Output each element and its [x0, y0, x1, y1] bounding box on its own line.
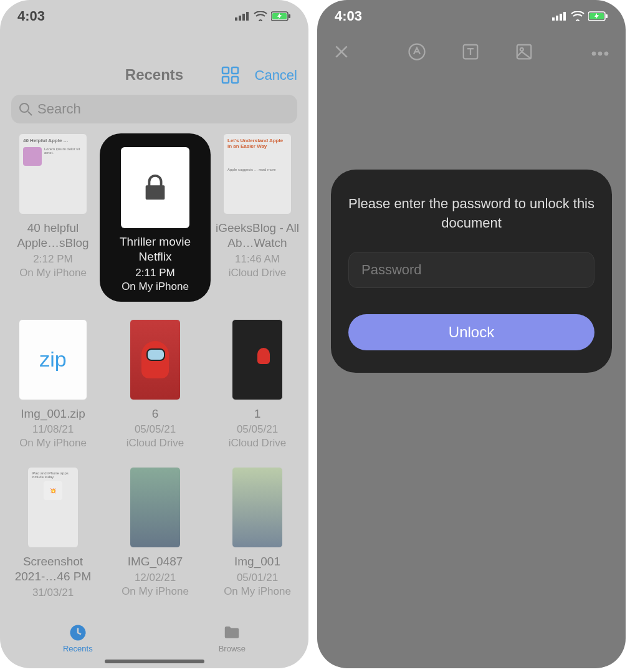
file-time: 05/05/21 — [237, 423, 278, 436]
search-placeholder: Search — [37, 101, 81, 117]
password-field[interactable]: Password — [348, 252, 594, 288]
cellular-icon — [235, 12, 250, 21]
grid-view-icon[interactable] — [221, 66, 240, 87]
wifi-icon — [571, 11, 585, 21]
unlock-button[interactable]: Unlock — [348, 314, 594, 350]
close-icon[interactable] — [333, 44, 350, 62]
file-location: On My iPhone — [19, 437, 87, 449]
file-grid: 40 Helpful Apple …Lorem ipsum dolor sit … — [0, 133, 308, 599]
file-time: 31/03/21 — [32, 587, 74, 599]
svg-point-26 — [520, 48, 523, 51]
tab-recents[interactable]: Recents — [63, 623, 93, 653]
file-name: Thriller movie Netflix — [108, 234, 202, 264]
file-thumbnail: iPad and iPhone apps include today💥 — [27, 467, 79, 548]
svg-rect-6 — [289, 14, 290, 18]
file-thumbnail-zip: zip — [19, 319, 87, 400]
svg-line-12 — [28, 112, 32, 115]
file-name: 6 — [152, 406, 159, 421]
search-icon — [19, 102, 32, 116]
file-time: 05/01/21 — [237, 572, 278, 584]
file-time: 2:12 PM — [33, 253, 72, 266]
unlock-button-label: Unlock — [449, 324, 494, 341]
file-item[interactable]: Img_001 05/01/21 On My iPhone — [211, 467, 304, 599]
file-location: iCloud Drive — [229, 267, 287, 279]
left-screenshot: 4:03 Recents Cancel Search 40 Helpful Ap… — [0, 0, 308, 668]
svg-point-11 — [20, 103, 29, 112]
svg-rect-8 — [232, 67, 238, 74]
file-item[interactable]: zip Img_001.zip 11/08/21 On My iPhone — [6, 319, 100, 450]
unlock-dialog: Please enter the password to unlock this… — [331, 170, 612, 373]
status-bar: 4:03 — [317, 0, 626, 32]
text-tool-icon[interactable] — [461, 42, 480, 64]
status-icons — [235, 11, 291, 21]
svg-rect-17 — [563, 12, 566, 21]
file-thumbnail-locked — [121, 147, 189, 228]
file-time: 11/08/21 — [32, 423, 74, 436]
more-icon[interactable] — [591, 47, 609, 59]
file-thumbnail — [130, 319, 181, 400]
svg-rect-3 — [246, 12, 249, 21]
file-name: Img_001 — [234, 554, 280, 569]
svg-rect-7 — [222, 67, 229, 74]
svg-rect-0 — [235, 17, 237, 21]
svg-point-29 — [604, 52, 608, 55]
cellular-icon — [552, 12, 567, 21]
file-thumbnail: 40 Helpful Apple …Lorem ipsum dolor sit … — [19, 133, 87, 214]
file-item[interactable]: IMG_0487 12/02/21 On My iPhone — [108, 467, 202, 599]
file-location: On My iPhone — [224, 585, 291, 598]
home-indicator[interactable] — [105, 660, 204, 663]
file-time: 2:11 PM — [135, 267, 174, 279]
file-location: On My iPhone — [19, 267, 87, 279]
svg-rect-1 — [239, 16, 241, 21]
file-name: 40 helpful Apple…sBlog — [6, 221, 100, 251]
files-header: Recents Cancel — [0, 32, 308, 90]
file-thumbnail — [232, 319, 283, 400]
password-placeholder: Password — [361, 262, 422, 278]
file-item[interactable]: 6 05/05/21 iCloud Drive — [108, 319, 202, 450]
unlock-message: Please enter the password to unlock this… — [348, 194, 594, 233]
svg-rect-10 — [232, 77, 238, 83]
folder-icon — [222, 623, 241, 642]
image-tool-icon[interactable] — [515, 42, 533, 64]
svg-rect-9 — [222, 77, 229, 83]
tab-browse[interactable]: Browse — [219, 623, 246, 653]
file-name: iGeeksBlog - All Ab…Watch — [211, 221, 304, 251]
search-field[interactable]: Search — [11, 95, 297, 123]
file-location: iCloud Drive — [126, 437, 184, 449]
tab-label: Recents — [63, 644, 93, 653]
file-thumbnail — [232, 467, 283, 548]
status-bar: 4:03 — [0, 0, 308, 32]
lock-icon — [141, 173, 169, 202]
file-item[interactable]: iPad and iPhone apps include today💥 Scre… — [6, 467, 100, 599]
cancel-button[interactable]: Cancel — [255, 67, 297, 84]
file-item[interactable]: 1 05/05/21 iCloud Drive — [211, 319, 304, 450]
file-name: Screenshot 2021-…46 PM — [6, 554, 100, 584]
file-name: IMG_0487 — [128, 554, 183, 569]
wifi-icon — [254, 11, 267, 21]
right-screenshot: 4:03 Please enter the password to unlock… — [317, 0, 626, 668]
svg-point-27 — [592, 52, 596, 55]
file-name: 1 — [254, 406, 261, 421]
file-location: On My iPhone — [122, 585, 189, 598]
header-title: Recents — [125, 66, 183, 84]
file-location: On My iPhone — [122, 281, 189, 293]
file-time: 12/02/21 — [135, 572, 176, 584]
svg-rect-16 — [560, 14, 562, 21]
clock-icon — [69, 623, 87, 642]
status-time: 4:03 — [335, 8, 362, 24]
markup-icon[interactable] — [408, 42, 426, 64]
file-time: 05/05/21 — [135, 423, 176, 436]
editor-toolbar — [317, 32, 626, 70]
status-icons — [552, 11, 608, 21]
svg-rect-14 — [552, 17, 555, 21]
battery-charging-icon — [271, 11, 291, 21]
file-thumbnail: Let's Understand Apple in an Easier WayA… — [223, 133, 292, 214]
file-item[interactable]: Let's Understand Apple in an Easier WayA… — [211, 133, 304, 302]
file-item-highlighted[interactable]: Thriller movie Netflix 2:11 PM On My iPh… — [100, 133, 211, 302]
file-item[interactable]: 40 Helpful Apple …Lorem ipsum dolor sit … — [6, 133, 100, 302]
tab-label: Browse — [219, 644, 246, 653]
svg-rect-2 — [242, 14, 245, 21]
status-time: 4:03 — [17, 8, 45, 24]
svg-rect-20 — [606, 14, 608, 18]
file-name: Img_001.zip — [21, 406, 85, 421]
